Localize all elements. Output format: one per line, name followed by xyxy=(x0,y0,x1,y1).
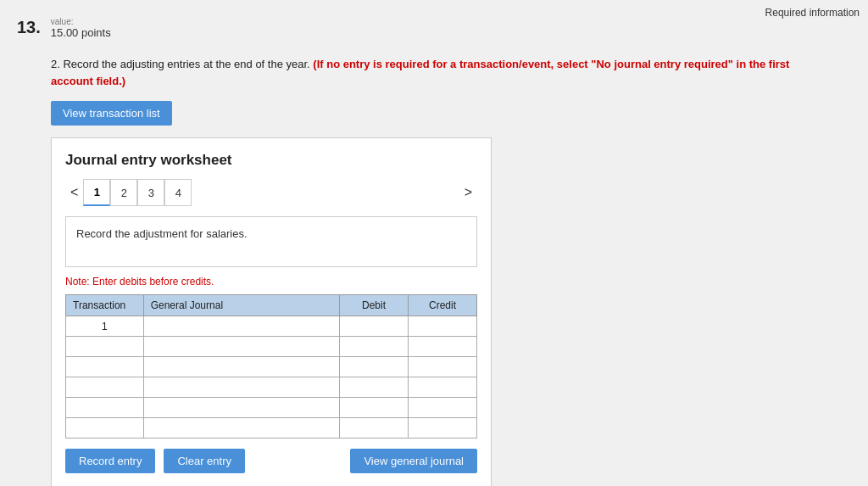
table-row xyxy=(66,337,477,357)
tabs-nav: < 1 2 3 4 > xyxy=(65,179,477,206)
view-general-journal-button[interactable]: View general journal xyxy=(350,449,477,473)
row-4-credit[interactable] xyxy=(409,377,477,398)
worksheet-container: Journal entry worksheet < 1 2 3 4 > Reco… xyxy=(51,137,492,486)
points-value: 15.00 points xyxy=(51,26,111,39)
required-info-label: Required information xyxy=(765,7,860,19)
row-1-general-journal[interactable] xyxy=(143,316,339,337)
tab-1[interactable]: 1 xyxy=(83,179,110,206)
prev-tab-arrow[interactable]: < xyxy=(65,183,83,202)
col-header-transaction: Transaction xyxy=(66,295,144,316)
table-row xyxy=(66,418,477,439)
row-1-debit[interactable] xyxy=(340,316,409,337)
instruction-text: 2. Record the adjusting entries at the e… xyxy=(51,56,817,89)
row-4-debit[interactable] xyxy=(340,377,409,398)
table-row xyxy=(66,377,477,398)
buttons-row: Record entry Clear entry View general jo… xyxy=(65,449,477,473)
instruction-prefix: 2. Record the adjusting entries at the e… xyxy=(51,58,310,70)
row-5-transaction xyxy=(66,398,144,418)
row-2-credit[interactable] xyxy=(409,337,477,357)
col-header-general-journal: General Journal xyxy=(143,295,339,316)
tab-4[interactable]: 4 xyxy=(164,179,192,206)
page: Required information 13. value: 15.00 po… xyxy=(0,0,868,486)
note-text: Note: Enter debits before credits. xyxy=(65,276,477,288)
row-6-general-journal[interactable] xyxy=(143,418,339,439)
row-5-credit[interactable] xyxy=(409,398,477,418)
value-label: value: xyxy=(51,17,111,26)
tab-2[interactable]: 2 xyxy=(110,179,137,206)
record-entry-button[interactable]: Record entry xyxy=(65,449,155,473)
row-3-debit[interactable] xyxy=(340,357,409,377)
view-transaction-button[interactable]: View transaction list xyxy=(51,101,172,126)
table-row xyxy=(66,398,477,418)
row-4-transaction xyxy=(66,377,144,398)
description-box: Record the adjustment for salaries. xyxy=(65,216,477,267)
row-3-credit[interactable] xyxy=(409,357,477,377)
worksheet-title: Journal entry worksheet xyxy=(65,152,477,169)
row-2-debit[interactable] xyxy=(340,337,409,357)
clear-entry-button[interactable]: Clear entry xyxy=(164,449,245,473)
row-5-general-journal[interactable] xyxy=(143,398,339,418)
row-6-transaction xyxy=(66,418,144,439)
row-6-debit[interactable] xyxy=(340,418,409,439)
row-2-general-journal[interactable] xyxy=(143,337,339,357)
table-row xyxy=(66,357,477,377)
next-tab-arrow[interactable]: > xyxy=(459,183,477,202)
table-row: 1 xyxy=(66,316,477,337)
question-number: 13. xyxy=(17,17,41,37)
row-1-transaction: 1 xyxy=(66,316,144,337)
row-5-debit[interactable] xyxy=(340,398,409,418)
row-6-credit[interactable] xyxy=(409,418,477,439)
row-4-general-journal[interactable] xyxy=(143,377,339,398)
question-header: 13. value: 15.00 points xyxy=(0,8,868,39)
question-meta: value: 15.00 points xyxy=(51,17,111,39)
row-1-credit[interactable] xyxy=(409,316,477,337)
row-2-transaction xyxy=(66,337,144,357)
journal-table: Transaction General Journal Debit Credit… xyxy=(65,294,477,439)
col-header-credit: Credit xyxy=(409,295,477,316)
main-content: 2. Record the adjusting entries at the e… xyxy=(0,39,868,486)
row-3-general-journal[interactable] xyxy=(143,357,339,377)
col-header-debit: Debit xyxy=(340,295,409,316)
tab-3[interactable]: 3 xyxy=(137,179,164,206)
row-3-transaction xyxy=(66,357,144,377)
